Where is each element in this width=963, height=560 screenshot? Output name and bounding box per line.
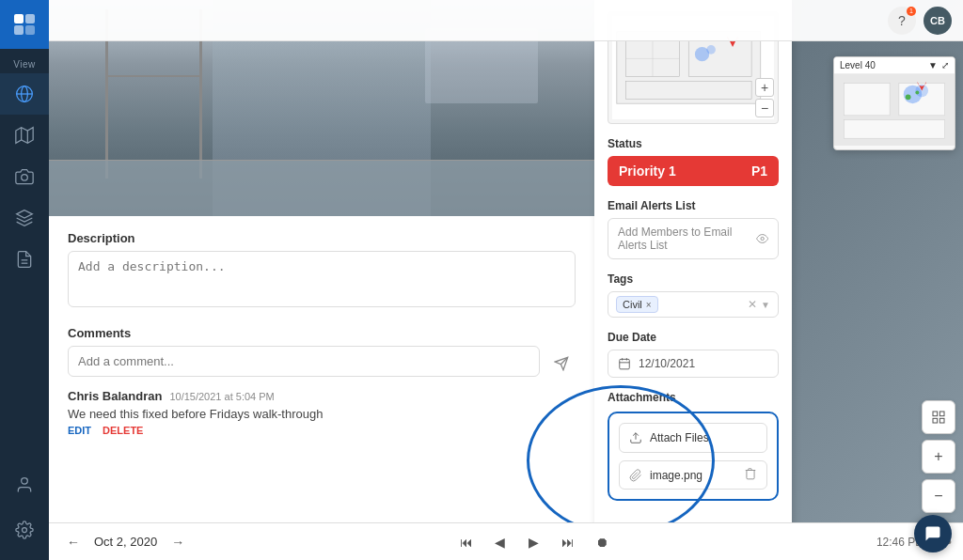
comment-input[interactable] bbox=[68, 346, 540, 377]
panel-icon bbox=[931, 410, 946, 425]
mini-map-filter-icon[interactable]: ▼ bbox=[928, 60, 938, 70]
prev-date-button[interactable]: ← bbox=[60, 529, 87, 555]
gear-icon bbox=[15, 521, 34, 539]
next-frame-button[interactable]: ⏭ bbox=[555, 529, 581, 555]
svg-point-10 bbox=[22, 175, 28, 181]
sidebar-item-document[interactable] bbox=[0, 239, 49, 280]
topbar: ? 1 CB bbox=[49, 0, 963, 41]
record-button[interactable]: ⏺ bbox=[589, 529, 615, 555]
sidebar-item-camera[interactable] bbox=[0, 156, 49, 197]
svg-rect-40 bbox=[933, 412, 938, 416]
help-button[interactable]: ? 1 bbox=[888, 7, 916, 35]
attach-files-label: Attach Files bbox=[650, 431, 709, 444]
svg-marker-11 bbox=[17, 210, 33, 218]
svg-rect-42 bbox=[933, 418, 938, 423]
sidebar-item-settings[interactable] bbox=[0, 509, 49, 551]
comments-block: Comments Chris Balandran 10/15/2021 at 5… bbox=[68, 326, 576, 436]
status-label: Status bbox=[608, 137, 779, 150]
paperclip-icon bbox=[629, 469, 642, 482]
email-alerts-label: Email Alerts List bbox=[608, 199, 779, 212]
next-date-button[interactable]: → bbox=[165, 529, 191, 555]
mini-map-content bbox=[834, 74, 955, 146]
play-button[interactable]: ▶ bbox=[521, 529, 547, 555]
tags-label: Tags bbox=[608, 272, 779, 286]
panel-settings-button[interactable] bbox=[922, 400, 955, 434]
sidebar-item-globe[interactable] bbox=[0, 73, 49, 115]
modal-content: Description Comments Chris Balandran 10/… bbox=[49, 216, 594, 560]
comments-label: Comments bbox=[68, 326, 576, 340]
svg-point-25 bbox=[706, 45, 716, 54]
zoom-out-button[interactable]: − bbox=[922, 479, 955, 513]
calendar-icon bbox=[618, 357, 631, 370]
tag-remove-button[interactable]: × bbox=[646, 300, 652, 310]
sidebar-bottom bbox=[0, 464, 49, 560]
svg-rect-2 bbox=[14, 25, 24, 35]
send-icon bbox=[554, 356, 569, 371]
send-comment-button[interactable] bbox=[547, 350, 576, 378]
due-date-value: 12/10/2021 bbox=[639, 357, 695, 370]
delete-attachment-button[interactable] bbox=[744, 467, 757, 483]
email-alerts-placeholder: Add Members to Email Alerts List bbox=[618, 226, 756, 252]
comment-author: Chris Balandran bbox=[68, 389, 162, 403]
comment-header: Chris Balandran 10/15/2021 at 5:04 PM bbox=[68, 389, 576, 403]
due-date-label: Due Date bbox=[608, 331, 779, 344]
attach-files-button[interactable]: Attach Files bbox=[619, 423, 767, 453]
document-icon bbox=[15, 250, 34, 269]
due-date-input[interactable]: 12/10/2021 bbox=[608, 350, 779, 378]
attachment-filename: image.png bbox=[650, 469, 703, 482]
svg-rect-41 bbox=[939, 412, 944, 416]
tags-block: Tags Civil × ✕ ▼ bbox=[608, 272, 779, 318]
view-label: View bbox=[13, 50, 36, 73]
comment-time: 10/15/2021 at 5:04 PM bbox=[169, 391, 274, 402]
user-avatar[interactable]: CB bbox=[924, 7, 952, 35]
app-logo[interactable] bbox=[0, 0, 49, 49]
description-label: Description bbox=[68, 231, 576, 245]
sidebar-item-map[interactable] bbox=[0, 115, 49, 156]
delete-comment-button[interactable]: DELETE bbox=[103, 425, 143, 436]
svg-point-15 bbox=[23, 528, 27, 533]
mini-map-header: Level 40 ▼ ⤢ bbox=[834, 57, 955, 74]
due-date-block: Due Date 12/10/2021 bbox=[608, 331, 779, 378]
eye-icon bbox=[756, 231, 768, 246]
tags-chevron-icon[interactable]: ▼ bbox=[761, 300, 770, 310]
description-block: Description bbox=[68, 231, 576, 311]
svg-point-39 bbox=[915, 91, 919, 95]
person-icon bbox=[15, 475, 34, 494]
attachments-block: Attachments Attach Files image.png bbox=[608, 391, 779, 501]
map-icon bbox=[15, 126, 34, 145]
modal-panel: Description Comments Chris Balandran 10/… bbox=[49, 0, 594, 560]
sidebar-item-person[interactable] bbox=[0, 464, 49, 506]
tags-input[interactable]: Civil × ✕ ▼ bbox=[608, 291, 779, 318]
comment-input-row bbox=[68, 346, 576, 378]
status-code: P1 bbox=[751, 163, 767, 179]
date-nav-group: ← Oct 2, 2020 → bbox=[60, 529, 191, 555]
svg-rect-0 bbox=[14, 14, 24, 23]
floorplan-zoom-out-button[interactable]: − bbox=[755, 99, 774, 117]
svg-point-38 bbox=[906, 94, 911, 100]
comment-actions: EDIT DELETE bbox=[68, 425, 576, 436]
svg-rect-3 bbox=[25, 25, 35, 35]
status-value: Priority 1 bbox=[619, 163, 676, 179]
tags-clear-button[interactable]: ✕ bbox=[748, 298, 757, 311]
edit-comment-button[interactable]: EDIT bbox=[68, 425, 91, 436]
sidebar-item-layers[interactable] bbox=[0, 197, 49, 239]
date-label: Oct 2, 2020 bbox=[94, 535, 157, 549]
attachment-item: image.png bbox=[619, 460, 767, 490]
prev-frame-button[interactable]: ◀ bbox=[487, 529, 513, 555]
skip-start-button[interactable]: ⏮ bbox=[453, 529, 480, 555]
email-alerts-input[interactable]: Add Members to Email Alerts List bbox=[608, 218, 779, 259]
comment-text: We need this fixed before Fridays walk-t… bbox=[68, 407, 576, 421]
svg-rect-27 bbox=[620, 359, 630, 369]
description-input[interactable] bbox=[68, 251, 576, 307]
status-badge[interactable]: Priority 1 P1 bbox=[608, 156, 779, 186]
mini-map-expand-icon[interactable]: ⤢ bbox=[941, 60, 949, 70]
floorplan-zoom-in-button[interactable]: + bbox=[755, 78, 774, 97]
mini-map: Level 40 ▼ ⤢ bbox=[833, 56, 955, 150]
mini-map-svg bbox=[834, 74, 955, 146]
bottom-toolbar: ← Oct 2, 2020 → ⏮ ◀ ▶ ⏭ ⏺ 12:46 PDT ••• bbox=[49, 522, 963, 560]
chat-bubble-button[interactable] bbox=[914, 515, 952, 552]
zoom-in-button[interactable]: + bbox=[922, 440, 955, 474]
attachments-label: Attachments bbox=[608, 391, 779, 404]
chat-icon bbox=[924, 524, 942, 543]
svg-point-14 bbox=[22, 478, 28, 485]
